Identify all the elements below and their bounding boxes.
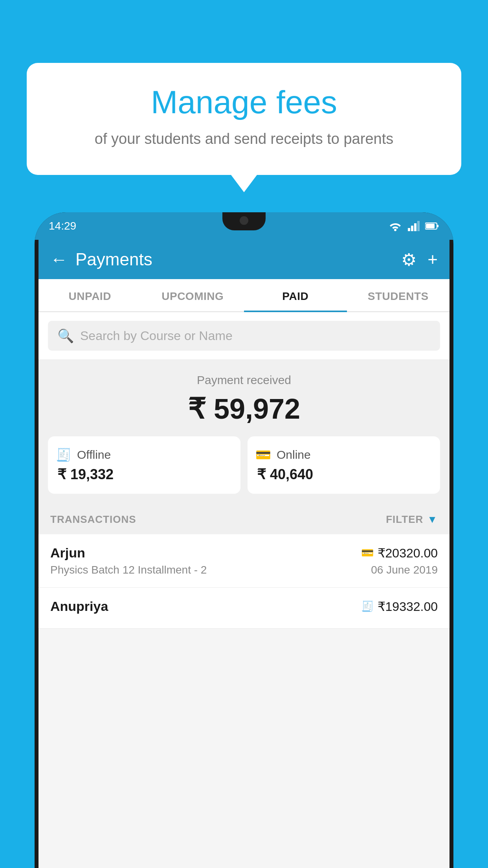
card-payment-icon: 💳 [361, 547, 374, 559]
tab-paid[interactable]: PAID [244, 279, 347, 311]
speech-bubble: Manage fees of your students and send re… [27, 63, 461, 175]
filter-icon: ▼ [427, 513, 438, 526]
transactions-label: TRANSACTIONS [50, 513, 136, 526]
app-header: ← Payments ⚙ + [39, 240, 449, 279]
svg-rect-2 [411, 226, 413, 231]
transactions-header: TRANSACTIONS FILTER ▼ [39, 505, 449, 534]
time-display: 14:29 [49, 220, 76, 232]
phone-frame: 14:29 [35, 212, 453, 868]
phone-notch [222, 212, 266, 230]
search-icon: 🔍 [57, 328, 74, 344]
offline-amount: ₹ 19,332 [56, 466, 114, 483]
tab-unpaid[interactable]: UNPAID [39, 279, 141, 311]
summary-section: Payment received ₹ 59,972 🧾 Offline ₹ 19… [39, 359, 449, 505]
tab-upcoming[interactable]: UPCOMING [141, 279, 244, 311]
bubble-subtitle: of your students and send receipts to pa… [50, 129, 438, 149]
header-actions: ⚙ + [401, 250, 438, 270]
transaction-amount: 🧾 ₹19332.00 [361, 599, 438, 614]
search-container: 🔍 Search by Course or Name [39, 312, 449, 359]
svg-point-0 [394, 229, 396, 231]
offline-icon: 🧾 [56, 447, 72, 462]
student-name: Anupriya [50, 599, 108, 614]
signal-icon [408, 221, 420, 231]
status-icons [388, 221, 439, 231]
bubble-title: Manage fees [50, 85, 438, 120]
amount-value: ₹19332.00 [378, 599, 438, 614]
online-card: 💳 Online ₹ 40,640 [248, 436, 440, 494]
tab-students[interactable]: STUDENTS [347, 279, 450, 311]
online-amount: ₹ 40,640 [255, 466, 313, 483]
amount-value: ₹20320.00 [378, 546, 438, 561]
back-button[interactable]: ← [50, 250, 68, 269]
transaction-date: 06 June 2019 [371, 564, 438, 576]
offline-card-top: 🧾 Offline [56, 447, 111, 462]
payment-received-label: Payment received [48, 373, 440, 387]
table-row[interactable]: Anupriya 🧾 ₹19332.00 [39, 588, 449, 629]
svg-rect-6 [437, 225, 438, 227]
battery-icon [425, 222, 439, 230]
front-camera [240, 216, 248, 225]
course-name: Physics Batch 12 Installment - 2 [50, 564, 207, 576]
wifi-icon [388, 221, 402, 231]
search-bar[interactable]: 🔍 Search by Course or Name [48, 321, 440, 351]
svg-rect-3 [414, 223, 416, 231]
transaction-row-top: Arjun 💳 ₹20320.00 [50, 545, 438, 561]
phone-screen: ← Payments ⚙ + UNPAID UPCOMING PAID STUD… [39, 240, 449, 868]
offline-label: Offline [77, 448, 111, 462]
search-placeholder: Search by Course or Name [80, 329, 233, 343]
page-title: Payments [75, 250, 401, 269]
cash-payment-icon: 🧾 [361, 600, 374, 612]
add-button[interactable]: + [427, 250, 438, 269]
settings-button[interactable]: ⚙ [401, 250, 416, 270]
filter-button[interactable]: FILTER ▼ [386, 513, 438, 526]
transaction-amount: 💳 ₹20320.00 [361, 546, 438, 561]
online-card-top: 💳 Online [255, 447, 311, 462]
svg-rect-7 [426, 224, 435, 228]
transaction-row-top: Anupriya 🧾 ₹19332.00 [50, 599, 438, 614]
total-amount: ₹ 59,972 [48, 392, 440, 425]
student-name: Arjun [50, 545, 85, 561]
online-label: Online [277, 448, 311, 462]
online-icon: 💳 [255, 447, 271, 462]
transaction-row-bottom: Physics Batch 12 Installment - 2 06 June… [50, 564, 438, 576]
filter-label: FILTER [386, 513, 423, 526]
offline-card: 🧾 Offline ₹ 19,332 [48, 436, 240, 494]
table-row[interactable]: Arjun 💳 ₹20320.00 Physics Batch 12 Insta… [39, 534, 449, 588]
tab-bar: UNPAID UPCOMING PAID STUDENTS [39, 279, 449, 312]
svg-rect-1 [408, 228, 410, 231]
payment-cards: 🧾 Offline ₹ 19,332 💳 Online ₹ 40,640 [48, 436, 440, 494]
svg-rect-4 [417, 221, 420, 231]
